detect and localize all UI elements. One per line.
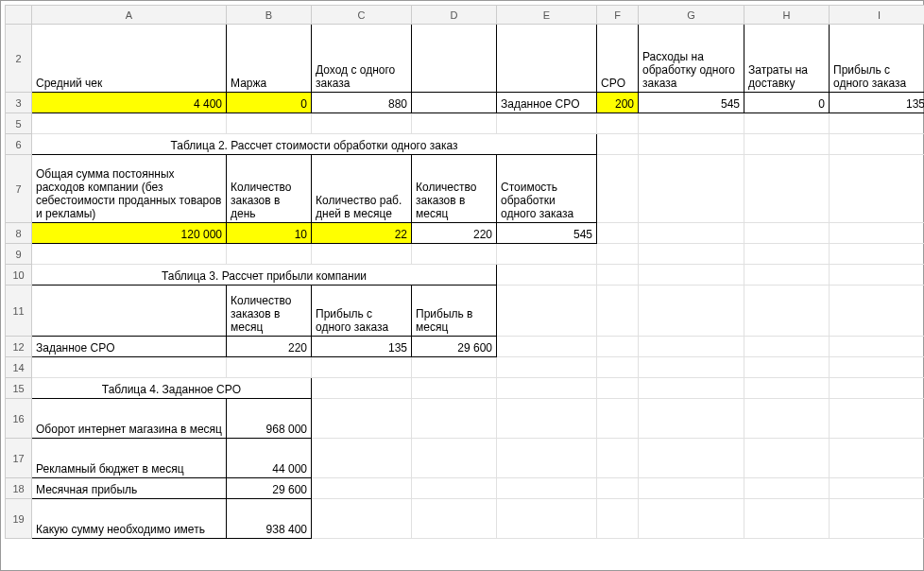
cell-B8[interactable]: 10 xyxy=(227,223,312,244)
cell-A2[interactable]: Средний чек xyxy=(32,25,227,93)
col-header-G[interactable]: G xyxy=(639,6,744,25)
grid[interactable]: A B C D E F G H I 2 Средний чек Маржа До… xyxy=(5,5,924,539)
cell-F5[interactable] xyxy=(597,113,639,134)
cell-E9[interactable] xyxy=(497,244,597,265)
cell-I7[interactable] xyxy=(830,155,925,223)
cell-G18[interactable] xyxy=(639,478,744,499)
cell-G15[interactable] xyxy=(639,378,744,399)
cell-E18[interactable] xyxy=(497,478,597,499)
cell-C2[interactable]: Доход с одного заказа xyxy=(312,25,412,93)
cell-H10[interactable] xyxy=(744,265,830,286)
cell-D5[interactable] xyxy=(412,113,497,134)
cell-G2[interactable]: Расходы на обработку одного заказа xyxy=(639,25,744,93)
cell-I17[interactable] xyxy=(830,439,925,478)
cell-F7[interactable] xyxy=(597,155,639,223)
cell-C8[interactable]: 22 xyxy=(312,223,412,244)
cell-H8[interactable] xyxy=(744,223,830,244)
cell-F19[interactable] xyxy=(597,499,639,539)
cell-D14[interactable] xyxy=(412,357,497,378)
cell-A6-E6-title[interactable]: Таблица 2. Рассчет стоимости обработки о… xyxy=(32,134,597,155)
col-header-E[interactable]: E xyxy=(497,6,597,25)
cell-F12[interactable] xyxy=(597,337,639,357)
cell-B18[interactable]: 29 600 xyxy=(227,478,312,499)
row-header-8[interactable]: 8 xyxy=(6,223,32,244)
cell-I19[interactable] xyxy=(830,499,925,539)
row-header-3[interactable]: 3 xyxy=(6,93,32,113)
cell-H3[interactable]: 0 xyxy=(744,93,830,113)
row-header-2[interactable]: 2 xyxy=(6,25,32,93)
row-header-7[interactable]: 7 xyxy=(6,155,32,223)
cell-H19[interactable] xyxy=(744,499,830,539)
cell-C9[interactable] xyxy=(312,244,412,265)
cell-I3[interactable]: 135 xyxy=(830,93,925,113)
cell-G17[interactable] xyxy=(639,439,744,478)
cell-F17[interactable] xyxy=(597,439,639,478)
cell-G8[interactable] xyxy=(639,223,744,244)
cell-C5[interactable] xyxy=(312,113,412,134)
row-header-16[interactable]: 16 xyxy=(6,399,32,439)
cell-G12[interactable] xyxy=(639,337,744,357)
cell-E7[interactable]: Стоимость обработки одного заказа xyxy=(497,155,597,223)
cell-C7[interactable]: Количество раб. дней в месяце xyxy=(312,155,412,223)
cell-I5[interactable] xyxy=(830,113,925,134)
cell-G10[interactable] xyxy=(639,265,744,286)
cell-B11[interactable]: Количество заказов в месяц xyxy=(227,286,312,337)
cell-H5[interactable] xyxy=(744,113,830,134)
cell-H17[interactable] xyxy=(744,439,830,478)
col-header-F[interactable]: F xyxy=(597,6,639,25)
cell-C16[interactable] xyxy=(312,399,412,439)
col-header-I[interactable]: I xyxy=(830,6,925,25)
cell-B5[interactable] xyxy=(227,113,312,134)
cell-A16[interactable]: Оборот интернет магазина в месяц xyxy=(32,399,227,439)
cell-H11[interactable] xyxy=(744,286,830,337)
cell-B14[interactable] xyxy=(227,357,312,378)
cell-D19[interactable] xyxy=(412,499,497,539)
row-header-15[interactable]: 15 xyxy=(6,378,32,399)
cell-D18[interactable] xyxy=(412,478,497,499)
cell-F14[interactable] xyxy=(597,357,639,378)
cell-I15[interactable] xyxy=(830,378,925,399)
cell-G6[interactable] xyxy=(639,134,744,155)
cell-I11[interactable] xyxy=(830,286,925,337)
cell-E17[interactable] xyxy=(497,439,597,478)
cell-F9[interactable] xyxy=(597,244,639,265)
cell-D3[interactable] xyxy=(412,93,497,113)
cell-A11[interactable] xyxy=(32,286,227,337)
col-header-C[interactable]: C xyxy=(312,6,412,25)
cell-E8[interactable]: 545 xyxy=(497,223,597,244)
cell-F10[interactable] xyxy=(597,265,639,286)
cell-G16[interactable] xyxy=(639,399,744,439)
cell-B17[interactable]: 44 000 xyxy=(227,439,312,478)
cell-B3[interactable]: 0 xyxy=(227,93,312,113)
cell-D2[interactable] xyxy=(412,25,497,93)
cell-D7[interactable]: Количество заказов в месяц xyxy=(412,155,497,223)
cell-G14[interactable] xyxy=(639,357,744,378)
cell-D11[interactable]: Прибыль в месяц xyxy=(412,286,497,337)
cell-B12[interactable]: 220 xyxy=(227,337,312,357)
cell-H2[interactable]: Затраты на доставку xyxy=(744,25,830,93)
cell-A15-B15-title[interactable]: Таблица 4. Заданное CPO xyxy=(32,378,312,399)
col-header-A[interactable]: A xyxy=(32,6,227,25)
col-header-B[interactable]: B xyxy=(227,6,312,25)
cell-E16[interactable] xyxy=(497,399,597,439)
cell-D16[interactable] xyxy=(412,399,497,439)
cell-E14[interactable] xyxy=(497,357,597,378)
cell-F6[interactable] xyxy=(597,134,639,155)
row-header-9[interactable]: 9 xyxy=(6,244,32,265)
row-header-10[interactable]: 10 xyxy=(6,265,32,286)
cell-I9[interactable] xyxy=(830,244,925,265)
cell-I8[interactable] xyxy=(830,223,925,244)
cell-A3[interactable]: 4 400 xyxy=(32,93,227,113)
col-header-H[interactable]: H xyxy=(744,6,830,25)
cell-A19[interactable]: Какую сумму необходимо иметь xyxy=(32,499,227,539)
cell-G19[interactable] xyxy=(639,499,744,539)
cell-B19[interactable]: 938 400 xyxy=(227,499,312,539)
cell-C14[interactable] xyxy=(312,357,412,378)
cell-D12[interactable]: 29 600 xyxy=(412,337,497,357)
cell-I18[interactable] xyxy=(830,478,925,499)
cell-B7[interactable]: Количество заказов в день xyxy=(227,155,312,223)
cell-A10-D10-title[interactable]: Таблица 3. Рассчет прибыли компании xyxy=(32,265,497,286)
cell-F11[interactable] xyxy=(597,286,639,337)
cell-E15[interactable] xyxy=(497,378,597,399)
cell-A7[interactable]: Общая сумма постоянных расходов компании… xyxy=(32,155,227,223)
